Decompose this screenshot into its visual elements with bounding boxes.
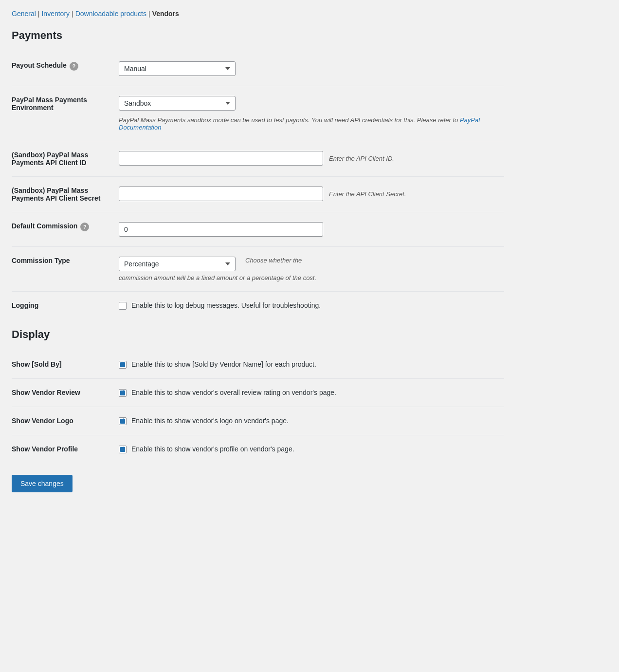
- default-commission-row: Default Commission ?: [12, 212, 504, 247]
- show-vendor-profile-checkbox[interactable]: [119, 446, 127, 453]
- breadcrumb-current: Vendors: [152, 10, 179, 18]
- show-sold-by-checkbox[interactable]: [119, 361, 127, 369]
- sandbox-client-id-row: (Sandbox) PayPal Mass Payments API Clien…: [12, 141, 504, 177]
- logging-row: Logging Enable this to log debug message…: [12, 292, 504, 320]
- sandbox-client-secret-row: (Sandbox) PayPal Mass Payments API Clien…: [12, 177, 504, 212]
- payout-schedule-select[interactable]: Manual Weekly Monthly: [119, 61, 236, 76]
- logging-label: Logging: [12, 301, 38, 309]
- show-vendor-profile-row: Show Vendor Profile Enable this to show …: [12, 435, 504, 464]
- breadcrumb-sep-3: |: [148, 10, 150, 18]
- paypal-env-label: PayPal Mass Payments Environment: [12, 96, 87, 112]
- paypal-env-select[interactable]: Sandbox Live: [119, 96, 236, 111]
- show-sold-by-checkbox-label: Enable this to show [Sold By Vendor Name…: [131, 360, 316, 368]
- sandbox-client-secret-input[interactable]: [119, 187, 323, 201]
- default-commission-input[interactable]: [119, 222, 323, 237]
- show-vendor-logo-checkbox[interactable]: [119, 417, 127, 425]
- show-sold-by-row: Show [Sold By] Enable this to show [Sold…: [12, 351, 504, 379]
- commission-type-inline-desc: Choose whether the: [245, 257, 302, 264]
- breadcrumb-general[interactable]: General: [12, 10, 36, 18]
- paypal-env-desc: PayPal Mass Payments sandbox mode can be…: [119, 116, 496, 131]
- sandbox-client-secret-label: (Sandbox) PayPal Mass Payments API Clien…: [12, 187, 100, 202]
- show-vendor-profile-label: Show Vendor Profile: [12, 445, 78, 453]
- payments-settings-table: Payout Schedule ? Manual Weekly Monthly …: [12, 52, 504, 319]
- show-vendor-review-checkbox-label: Enable this to show vendor's overall rev…: [131, 389, 336, 396]
- show-vendor-profile-checkbox-label: Enable this to show vendor's profile on …: [131, 445, 294, 453]
- breadcrumb-sep-1: |: [38, 10, 40, 18]
- show-vendor-review-row: Show Vendor Review Enable this to show v…: [12, 379, 504, 407]
- breadcrumb-downloadable[interactable]: Downloadable products: [75, 10, 146, 18]
- paypal-env-row: PayPal Mass Payments Environment Sandbox…: [12, 86, 504, 141]
- payout-schedule-row: Payout Schedule ? Manual Weekly Monthly: [12, 52, 504, 86]
- sandbox-client-secret-desc: Enter the API Client Secret.: [329, 190, 406, 198]
- commission-type-select[interactable]: Percentage Fixed: [119, 257, 236, 271]
- sandbox-client-id-desc: Enter the API Client ID.: [329, 155, 394, 162]
- default-commission-help-icon[interactable]: ?: [80, 223, 89, 231]
- sandbox-client-id-input[interactable]: [119, 151, 323, 166]
- default-commission-label: Default Commission: [12, 222, 77, 230]
- show-vendor-review-checkbox[interactable]: [119, 389, 127, 397]
- sandbox-client-id-label: (Sandbox) PayPal Mass Payments API Clien…: [12, 151, 88, 167]
- commission-type-row: Commission Type Percentage Fixed Choose …: [12, 247, 504, 292]
- save-section: Save changes: [12, 463, 504, 492]
- show-vendor-logo-label: Show Vendor Logo: [12, 417, 73, 425]
- payments-heading: Payments: [12, 29, 504, 42]
- breadcrumb: General | Inventory | Downloadable produ…: [12, 10, 504, 18]
- logging-checkbox[interactable]: [119, 302, 127, 310]
- breadcrumb-sep-2: |: [72, 10, 73, 18]
- payout-schedule-label: Payout Schedule: [12, 61, 67, 69]
- show-sold-by-label: Show [Sold By]: [12, 360, 62, 368]
- display-settings-table: Show [Sold By] Enable this to show [Sold…: [12, 351, 504, 463]
- logging-checkbox-label: Enable this to log debug messages. Usefu…: [131, 301, 321, 309]
- show-vendor-review-label: Show Vendor Review: [12, 389, 80, 396]
- show-vendor-logo-row: Show Vendor Logo Enable this to show ven…: [12, 407, 504, 435]
- save-button[interactable]: Save changes: [12, 475, 73, 492]
- payout-schedule-help-icon[interactable]: ?: [70, 62, 78, 71]
- display-heading: Display: [12, 328, 504, 341]
- commission-type-desc: commission amount will be a fixed amount…: [119, 274, 496, 281]
- commission-type-label: Commission Type: [12, 257, 70, 264]
- show-vendor-logo-checkbox-label: Enable this to show vendor's logo on ven…: [131, 417, 289, 425]
- breadcrumb-inventory[interactable]: Inventory: [41, 10, 70, 18]
